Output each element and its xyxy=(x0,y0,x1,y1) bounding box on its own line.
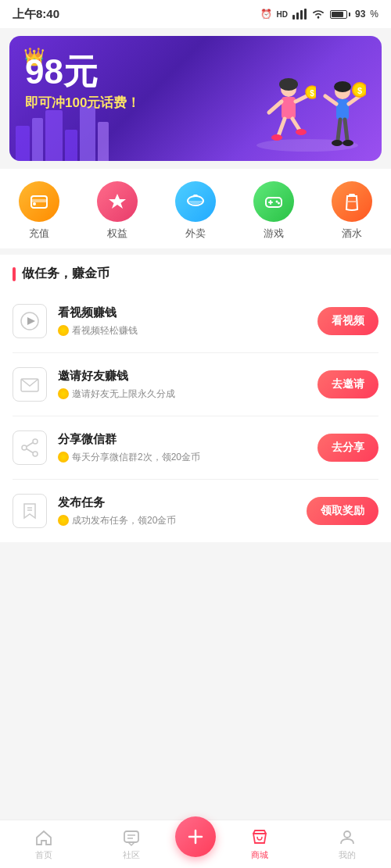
mail-icon xyxy=(20,374,40,395)
share-desc: 每天分享微信群2次，领20金币 xyxy=(58,451,307,464)
nav-mine-label: 我的 xyxy=(339,849,356,861)
waimai-icon-wrap xyxy=(175,181,216,222)
banner-subtitle: 即可冲100元话费！ xyxy=(25,94,140,112)
menu-item-quanyi[interactable]: 权益 xyxy=(97,181,138,241)
battery-percent: 93 xyxy=(355,9,365,20)
battery-icon xyxy=(330,10,350,19)
svg-point-18 xyxy=(334,81,351,92)
youxi-icon-wrap xyxy=(253,181,294,222)
nav-mine[interactable]: 我的 xyxy=(303,823,391,866)
svg-point-4 xyxy=(317,16,320,19)
plus-icon xyxy=(185,827,206,847)
menu-label-waimai: 外卖 xyxy=(185,227,206,241)
publish-desc: 成功发布任务，领20金币 xyxy=(58,514,296,527)
publish-info: 发布任务 成功发布任务，领20金币 xyxy=(58,495,296,527)
youxi-icon xyxy=(263,191,285,213)
task-item-publish: 发布任务 成功发布任务，领20金币 领取奖励 xyxy=(13,480,378,542)
invite-title: 邀请好友赚钱 xyxy=(58,369,307,384)
invite-icon xyxy=(13,367,47,402)
banner[interactable]: 👑 98元 即可冲100元话费！ $ xyxy=(9,36,382,161)
svg-line-10 xyxy=(269,102,282,113)
section-title-text: 做任务，赚金币 xyxy=(22,266,109,282)
jiushui-icon-wrap xyxy=(332,181,372,222)
svg-line-8 xyxy=(278,119,285,136)
svg-line-19 xyxy=(338,120,340,140)
svg-point-55 xyxy=(344,831,350,838)
menu-item-jiushui[interactable]: 酒水 xyxy=(332,181,372,241)
jiushui-icon xyxy=(341,191,363,213)
menu-label-chongzhi: 充值 xyxy=(29,227,49,241)
coin-icon-1 xyxy=(58,325,69,336)
quanyi-icon xyxy=(106,191,128,213)
invite-button[interactable]: 去邀请 xyxy=(317,370,378,398)
svg-point-43 xyxy=(33,439,38,444)
task-item-invite: 邀请好友赚钱 邀请好友无上限永久分成 去邀请 xyxy=(13,353,378,416)
menu-label-quanyi: 权益 xyxy=(107,227,127,241)
share-icon xyxy=(13,430,47,465)
coin-icon-2 xyxy=(58,388,69,399)
svg-text:$: $ xyxy=(357,86,362,95)
svg-rect-6 xyxy=(282,97,296,119)
svg-marker-41 xyxy=(27,317,35,325)
task-list: 看视频赚钱 看视频轻松赚钱 看视频 邀请好友赚钱 邀请好友无上限永久分成 去邀请 xyxy=(0,290,391,542)
svg-rect-17 xyxy=(336,99,349,120)
watch-video-title: 看视频赚钱 xyxy=(58,305,307,320)
svg-point-36 xyxy=(276,201,278,203)
svg-point-25 xyxy=(332,140,343,146)
community-icon xyxy=(122,828,141,847)
chongzhi-icon xyxy=(28,191,50,213)
publish-title: 发布任务 xyxy=(58,495,296,510)
nav-home[interactable]: 首页 xyxy=(0,823,88,866)
watch-video-button[interactable]: 看视频 xyxy=(317,307,378,335)
svg-text:$: $ xyxy=(310,89,314,98)
share-button[interactable]: 去分享 xyxy=(317,434,378,462)
svg-marker-30 xyxy=(109,194,126,209)
banner-amount: 98元 xyxy=(25,55,140,89)
nav-shop[interactable]: 商城 xyxy=(216,823,303,866)
watch-video-icon xyxy=(13,304,47,338)
banner-characters: $ $ xyxy=(261,75,366,153)
invite-info: 邀请好友赚钱 邀请好友无上限永久分成 xyxy=(58,369,307,401)
share-title: 分享微信群 xyxy=(58,432,307,447)
svg-point-29 xyxy=(33,202,36,205)
section-title-area: 做任务，赚金币 xyxy=(0,255,391,290)
section-title-bar xyxy=(13,267,16,281)
svg-point-14 xyxy=(271,134,282,141)
play-icon xyxy=(20,311,40,331)
svg-rect-1 xyxy=(296,13,299,20)
quanyi-icon-wrap xyxy=(97,181,138,222)
share-icon-svg xyxy=(20,438,40,458)
hd-badge: HD xyxy=(277,10,288,19)
shop-icon xyxy=(250,828,269,847)
menu-label-jiushui: 酒水 xyxy=(342,227,362,241)
clock-icon: ⏰ xyxy=(260,9,272,20)
wifi-icon xyxy=(311,9,325,20)
nav-community[interactable]: 社区 xyxy=(88,823,175,866)
svg-rect-32 xyxy=(193,195,198,197)
svg-rect-2 xyxy=(300,10,303,20)
menu-item-waimai[interactable]: 外卖 xyxy=(175,181,216,241)
publish-button[interactable]: 领取奖励 xyxy=(307,497,378,525)
mine-icon xyxy=(338,828,357,847)
status-time: 上午8:40 xyxy=(13,7,59,22)
menu-item-youxi[interactable]: 游戏 xyxy=(253,181,294,241)
svg-rect-50 xyxy=(124,831,138,842)
nav-home-label: 首页 xyxy=(35,849,52,861)
nav-community-label: 社区 xyxy=(123,849,140,861)
bookmark-icon xyxy=(20,501,40,521)
invite-desc: 邀请好友无上限永久分成 xyxy=(58,388,307,401)
coin-icon-4 xyxy=(58,515,69,526)
task-item-watch-video: 看视频赚钱 看视频轻松赚钱 看视频 xyxy=(13,290,378,353)
status-bar: 上午8:40 ⏰ HD 93% xyxy=(0,0,391,28)
svg-point-15 xyxy=(296,129,307,135)
banner-text-area: 98元 即可冲100元话费！ xyxy=(25,55,140,112)
character-1: $ xyxy=(261,75,316,153)
menu-item-chongzhi[interactable]: 充值 xyxy=(19,181,59,241)
quick-menu: 充值 权益 外卖 游戏 xyxy=(0,169,391,248)
share-info: 分享微信群 每天分享微信群2次，领20金币 xyxy=(58,432,307,464)
menu-label-youxi: 游戏 xyxy=(264,227,284,241)
status-icons: ⏰ HD 93% xyxy=(260,9,378,20)
svg-line-20 xyxy=(345,120,347,140)
nav-add-button[interactable] xyxy=(175,816,216,857)
svg-rect-0 xyxy=(292,15,295,20)
